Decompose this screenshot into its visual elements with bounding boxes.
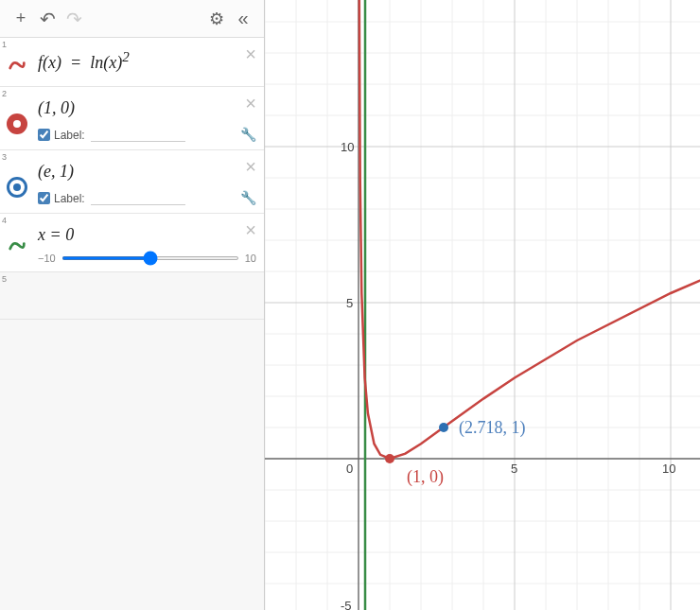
function-curve: [359, 0, 700, 459]
row-index: 3: [2, 152, 7, 162]
toolbar: + ↶ ↷ ⚙ «: [0, 0, 264, 38]
tick-yneg5: -5: [341, 599, 352, 610]
expression-row-4[interactable]: 4 x = 0 −10 10 ×: [0, 214, 264, 272]
wrench-icon[interactable]: 🔧: [240, 190, 256, 205]
tick-5: 5: [511, 462, 517, 476]
expression-row-3[interactable]: 3 (e, 1) Label: × 🔧: [0, 150, 264, 214]
add-button[interactable]: +: [8, 6, 34, 32]
label-input[interactable]: [91, 191, 185, 205]
point-1-0: [385, 454, 394, 463]
redo-button[interactable]: ↷: [61, 6, 87, 32]
tick-y5: 5: [346, 296, 353, 310]
expression-math[interactable]: (1, 0): [38, 98, 256, 118]
label-text: Label:: [54, 192, 85, 205]
expression-list: 1 f(x) = ln(x)2 × 2 (1, 0): [0, 38, 264, 610]
graph-panel[interactable]: (1, 0) (2.718, 1) 0 5 10 10 5 -5: [265, 0, 700, 610]
row-index: 1: [2, 40, 7, 49]
row-index: 2: [2, 89, 7, 98]
variable-slider[interactable]: [61, 256, 239, 260]
label-input[interactable]: [91, 128, 185, 142]
graph-svg: (1, 0) (2.718, 1) 0 5 10 10 5 -5: [265, 0, 700, 610]
collapse-button[interactable]: «: [230, 6, 256, 32]
label-checkbox[interactable]: [38, 192, 50, 204]
expression-math[interactable]: f(x) = ln(x)2: [38, 49, 256, 73]
expression-math[interactable]: (e, 1): [38, 162, 256, 182]
close-icon[interactable]: ×: [245, 219, 256, 241]
expression-row-5[interactable]: 5: [0, 272, 264, 320]
close-icon[interactable]: ×: [245, 93, 256, 114]
slider-max: 10: [245, 253, 256, 264]
label-text: Label:: [54, 129, 85, 142]
wrench-icon[interactable]: 🔧: [240, 127, 256, 142]
label-checkbox[interactable]: [38, 129, 50, 141]
tick-0: 0: [346, 462, 353, 476]
point-e-1: [439, 423, 448, 432]
row-index: 4: [2, 216, 7, 225]
tick-10: 10: [662, 462, 675, 476]
expression-math[interactable]: x = 0: [38, 225, 256, 245]
settings-button[interactable]: ⚙: [203, 6, 230, 32]
close-icon[interactable]: ×: [245, 156, 256, 178]
undo-button[interactable]: ↶: [34, 6, 61, 32]
point-label-2: (2.718, 1): [459, 418, 526, 438]
slider-min: −10: [38, 253, 56, 264]
row-index: 5: [2, 274, 7, 284]
close-icon[interactable]: ×: [245, 44, 256, 65]
point-label-1: (1, 0): [407, 467, 444, 487]
expression-row-1[interactable]: 1 f(x) = ln(x)2 ×: [0, 38, 264, 87]
tick-y10: 10: [341, 140, 354, 154]
expression-row-2[interactable]: 2 (1, 0) Label: × 🔧: [0, 87, 264, 150]
expression-panel: + ↶ ↷ ⚙ « 1 f(x) = ln(x)2 × 2: [0, 0, 265, 610]
